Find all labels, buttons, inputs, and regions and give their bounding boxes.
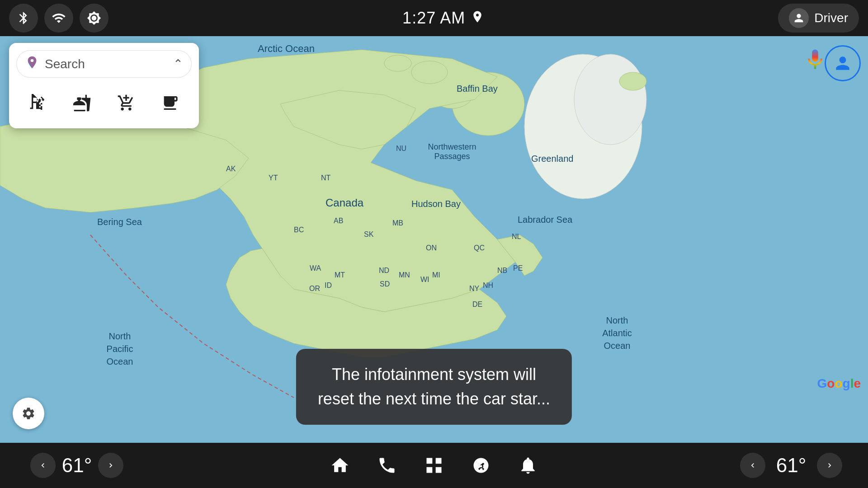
wifi-button[interactable] — [44, 4, 73, 33]
svg-point-7 — [384, 55, 411, 71]
grocery-button[interactable] — [110, 87, 142, 119]
mic-button[interactable] — [803, 47, 827, 77]
gas-station-button[interactable] — [22, 87, 55, 119]
bottom-left-section: 61° — [0, 453, 154, 478]
temp-left-decrease-button[interactable] — [30, 453, 56, 478]
cafe-button[interactable] — [154, 87, 186, 119]
notification-button[interactable] — [518, 455, 538, 475]
top-bar-right: Driver — [778, 4, 859, 33]
svg-point-5 — [619, 72, 646, 90]
maps-logo-icon — [25, 55, 39, 73]
toast-message: The infotainment system willreset the ne… — [318, 365, 550, 408]
search-placeholder: Search — [45, 57, 168, 71]
brightness-button[interactable] — [80, 4, 108, 33]
top-bar-left — [9, 4, 108, 33]
user-avatar-button[interactable] — [825, 45, 861, 81]
temp-right-decrease-button[interactable] — [740, 453, 765, 478]
temp-left-increase-button[interactable] — [98, 453, 123, 478]
driver-button[interactable]: Driver — [778, 4, 859, 33]
driver-avatar-icon — [789, 8, 809, 28]
driver-label: Driver — [814, 11, 848, 25]
temp-right-increase-button[interactable] — [817, 453, 842, 478]
current-time: 1:27 AM — [402, 9, 465, 28]
bottom-right-section: 61° — [714, 453, 868, 478]
search-panel: Search ⌃ — [9, 43, 199, 128]
bottom-center-section — [154, 455, 714, 475]
phone-button[interactable] — [377, 455, 397, 475]
fan-button[interactable] — [471, 455, 491, 475]
svg-point-8 — [31, 59, 34, 62]
toast-notification: The infotainment system willreset the ne… — [296, 349, 572, 425]
restaurant-button[interactable] — [66, 87, 99, 119]
temp-right-value: 61° — [776, 454, 807, 477]
top-bar-center: 1:27 AM — [402, 9, 484, 28]
svg-point-2 — [574, 54, 646, 145]
grid-button[interactable] — [424, 455, 444, 475]
bluetooth-button[interactable] — [9, 4, 38, 33]
top-bar: 1:27 AM Driver — [0, 0, 868, 36]
temp-left-value: 61° — [62, 454, 92, 477]
svg-point-6 — [411, 61, 448, 84]
settings-button[interactable] — [13, 398, 44, 429]
search-bar[interactable]: Search ⌃ — [16, 50, 192, 78]
chevron-up-icon: ⌃ — [173, 57, 183, 71]
google-watermark: Google — [817, 376, 861, 391]
search-shortcuts — [16, 85, 192, 121]
bottom-bar: 61° — [0, 443, 868, 488]
home-button[interactable] — [330, 455, 350, 475]
location-pin-icon — [471, 9, 484, 28]
